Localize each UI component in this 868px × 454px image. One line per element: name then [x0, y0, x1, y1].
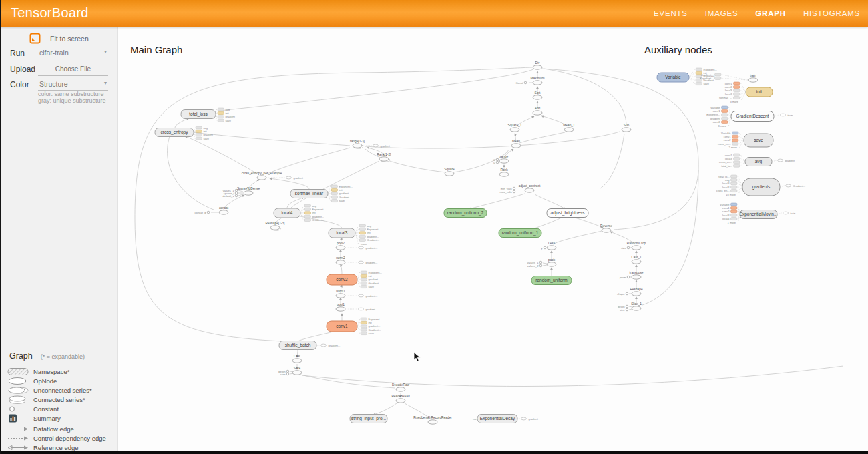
namespace-node-conv2[interactable]: conv2 — [327, 274, 357, 285]
op-node-Reshape[interactable]: Reshape — [630, 288, 643, 296]
op-node-pool1[interactable]: pool1 — [336, 303, 345, 311]
namespace-node-save[interactable]: save — [744, 134, 773, 147]
op-node-norm1[interactable]: norm1 — [336, 290, 345, 298]
op-node-Sub[interactable]: Sub — [622, 124, 631, 132]
namespace-node-ExponentialDecay[interactable]: ExponentialDecay — [477, 415, 517, 423]
op-node-adjust_contrast[interactable]: adjust_contrast — [519, 184, 541, 192]
op-node-Cast_1[interactable]: Cast_1 — [631, 256, 642, 264]
svg-text:Variable: Variable — [665, 75, 681, 79]
namespace-node-local3[interactable]: local3 — [329, 228, 355, 238]
svg-text:concat: concat — [219, 206, 229, 210]
op-node-DecodeRaw[interactable]: DecodeRaw — [392, 383, 410, 391]
graph-edge — [519, 132, 565, 143]
tab-histograms[interactable]: HISTOGRAMS — [803, 9, 860, 17]
op-node-Reshape[1-3][interactable]: Reshape[1-3] — [266, 222, 285, 230]
namespace-node-cross_entropy[interactable]: cross_entropy — [155, 128, 194, 137]
const-node[interactable]: shape — [617, 292, 628, 296]
namespace-node-random_uniform_1[interactable]: random_uniform_1 — [499, 229, 541, 238]
annotation-stack: train — [777, 212, 795, 215]
op-node-transpose[interactable]: transpose — [629, 271, 643, 279]
choose-file-button[interactable]: Choose File — [38, 63, 108, 76]
namespace-node-softmax_linear[interactable]: softmax_linear — [290, 190, 328, 198]
graph-edge — [542, 69, 698, 230]
const-node[interactable]: perm — [620, 276, 630, 279]
op-node-Rank[1-2][interactable]: Rank[1-2] — [377, 153, 391, 162]
op-node-cross_entropy_per_example[interactable]: cross_entropy_per_example — [242, 172, 282, 180]
op-node-Rank[interactable]: Rank — [499, 168, 509, 176]
namespace-node-shuffle_batch[interactable]: shuffle_batch — [279, 341, 316, 350]
graph-edge — [365, 132, 620, 148]
op-node-Slice[interactable]: Slice — [292, 367, 302, 375]
op-node-train[interactable]: train — [748, 74, 758, 82]
const-node[interactable]: concat_d — [195, 211, 210, 214]
svg-text:shuffle_batch: shuffle_batch — [285, 343, 311, 348]
op-node-Cast[interactable]: Cast — [292, 355, 302, 363]
op-node-range[interactable]: range — [499, 155, 509, 163]
op-node-ReaderRead[interactable]: ReaderRead — [391, 395, 410, 403]
op-node-Sqrt[interactable]: Sqrt — [533, 91, 542, 99]
svg-text:train: train — [788, 114, 793, 117]
fit-to-screen-label[interactable]: Fit to screen — [50, 35, 89, 43]
op-node-Slice_1[interactable]: Slice_1 — [631, 302, 642, 310]
svg-text:avg: avg — [204, 126, 208, 130]
const-node[interactable]: size — [621, 246, 630, 250]
namespace-node-conv1[interactable]: conv1 — [327, 321, 357, 332]
const-node[interactable]: size — [620, 308, 628, 312]
op-node-range[1-3][interactable]: range[1-3] — [350, 140, 365, 148]
const-node[interactable]: max_valu — [500, 190, 515, 194]
op-node-pack[interactable]: pack — [547, 258, 556, 266]
op-node-Maximum[interactable]: Maximum — [531, 77, 545, 85]
op-node-Mean_1[interactable]: Mean_1 — [563, 124, 575, 132]
tab-graph[interactable]: GRAPH — [755, 9, 786, 17]
svg-text:Exponent...: Exponent... — [312, 208, 326, 211]
op-node-Square_1[interactable]: Square_1 — [508, 124, 522, 132]
op-node-Div[interactable]: Div — [533, 61, 542, 69]
svg-text:init: init — [369, 321, 373, 324]
const-node[interactable]: size — [280, 373, 289, 376]
namespace-node-GradientDescent[interactable]: GradientDescent — [731, 111, 774, 122]
namespace-node-ExponentialMovin...[interactable]: ExponentialMovin... — [740, 210, 778, 219]
graph-edge — [238, 194, 243, 196]
const-node[interactable]: Const — [516, 81, 527, 85]
op-node-norm2[interactable]: norm2 — [336, 256, 345, 264]
namespace-node-gradients[interactable]: gradients — [742, 178, 780, 196]
svg-text:DecodeRaw: DecodeRaw — [392, 383, 410, 387]
svg-text:gradient...: gradient... — [369, 324, 381, 328]
namespace-node-string_input_pro...[interactable]: string_input_pro... — [350, 415, 387, 423]
namespace-node-init[interactable]: init — [746, 87, 773, 97]
namespace-node-avg[interactable]: avg — [745, 158, 772, 166]
op-node-FixedLengthRecordReader[interactable]: FixedLengthRecordReader — [413, 416, 452, 424]
annotation-stack: avginitgradientsave — [216, 108, 236, 122]
graph-canvas[interactable]: Const00values_1sparse_idefault_vconcat_d… — [118, 27, 868, 454]
op-node-Add[interactable]: Add — [533, 107, 542, 115]
svg-text:transpose: transpose — [629, 271, 643, 274]
const-node[interactable]: y — [541, 246, 546, 250]
const-node[interactable]: default_v — [223, 194, 238, 198]
namespace-node-local4[interactable]: local4 — [274, 208, 300, 218]
tab-events[interactable]: EVENTS — [654, 9, 688, 17]
color-select[interactable]: Structure▾ — [38, 79, 108, 91]
op-node-Less[interactable]: Less — [547, 242, 556, 250]
svg-text:SparseToDense: SparseToDense — [237, 187, 260, 190]
run-select[interactable]: cifar-train▾ — [38, 47, 108, 59]
namespace-node-Variable[interactable]: Variable — [657, 73, 689, 82]
fit-to-screen-icon[interactable] — [29, 33, 41, 44]
namespace-node-random_uniform[interactable]: random_uniform — [531, 276, 572, 285]
svg-text:Exponent...: Exponent... — [369, 271, 382, 274]
op-node-Square[interactable]: Square — [444, 168, 455, 176]
const-node[interactable]: 0 — [493, 161, 499, 164]
op-node-pool2[interactable]: pool2 — [336, 242, 345, 250]
op-node-RandomCrop[interactable]: RandomCrop — [627, 242, 646, 250]
run-label: Run — [10, 49, 25, 58]
const-node[interactable]: values_2 — [527, 264, 542, 268]
op-node-concat[interactable]: concat — [219, 206, 229, 214]
namespace-node-random_uniform_2[interactable]: random_uniform_2 — [444, 209, 487, 218]
op-node-Mean[interactable]: Mean — [511, 140, 521, 148]
graph-edge — [544, 69, 626, 126]
namespace-node-total_loss[interactable]: total_loss — [181, 110, 216, 119]
op-node-Reverse[interactable]: Reverse — [600, 224, 612, 232]
namespace-node-adjust_brightness[interactable]: adjust_brightness — [547, 209, 588, 218]
svg-text:gradient: gradient — [381, 144, 391, 148]
tab-images[interactable]: IMAGES — [705, 9, 738, 17]
svg-text:Slice_1: Slice_1 — [631, 302, 642, 306]
